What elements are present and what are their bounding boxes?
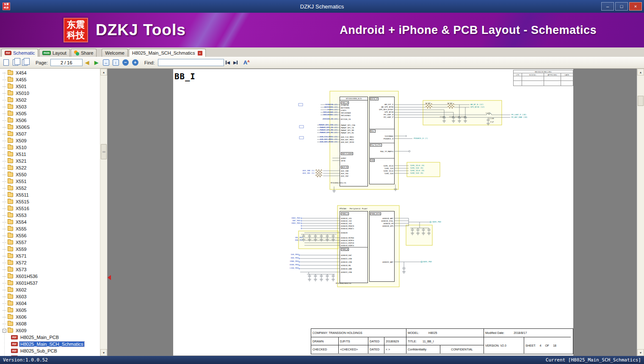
tree-folder-x550[interactable]: X550	[0, 171, 100, 178]
tree-folder-x510[interactable]: X510	[0, 144, 100, 151]
pin-label: DVDD18_MSDC1	[341, 228, 354, 230]
tree-folder-x559[interactable]: X559	[0, 246, 100, 253]
tree-folder-x5516[interactable]: X5516	[0, 205, 100, 212]
tree-folder-x601h536[interactable]: X601H536	[0, 273, 100, 280]
pads-icon: PADS	[42, 51, 51, 55]
viewer-scrollbar-thumb[interactable]	[638, 96, 644, 106]
zoom-in-icon[interactable]: +	[132, 59, 138, 66]
ic-block-power-left: PMM_D DVDD18_IO1DVDD18_IO2DVDD18_IO3DVDD…	[340, 211, 368, 283]
minimize-button[interactable]: –	[601, 2, 614, 11]
tree-document-h8025_main_sch_schmatics[interactable]: PDFH8025_Main_SCH_Schmatics	[0, 341, 100, 347]
tree-folder-x501[interactable]: X501	[0, 83, 100, 90]
tab-share[interactable]: Share	[71, 49, 97, 57]
tree-folder-x511[interactable]: X511	[0, 151, 100, 158]
tree-folder-x609[interactable]: -X609	[0, 327, 100, 334]
tree-folder-x507[interactable]: X507	[0, 131, 100, 137]
component-ref: C1106	[461, 116, 466, 118]
pin-label: DG6_P6O	[280, 239, 303, 242]
tree-folder-x606[interactable]: X606	[0, 314, 100, 320]
find-input[interactable]	[158, 59, 224, 66]
titlebar: 东震 科技 DZKJ Schematics – □ ×	[0, 0, 644, 13]
document-label: H8025_Main_PCB	[19, 335, 60, 340]
tree-folder-x5010[interactable]: X5010	[0, 90, 100, 97]
tree-folder-x553[interactable]: X553	[0, 212, 100, 219]
fit-width-icon[interactable]: ↔	[103, 59, 109, 66]
tab-schematic[interactable]: PDF Schematic	[1, 49, 38, 57]
tree-folder-x555[interactable]: X555	[0, 225, 100, 232]
font-size-icon[interactable]: AA	[243, 59, 250, 66]
sidebar-scrollbar[interactable]: ▲ ▼	[100, 69, 107, 356]
tree-folder-x509[interactable]: X509	[0, 137, 100, 144]
find-previous-icon[interactable]: ◀	[226, 60, 230, 65]
find-next-icon[interactable]: ▶	[233, 60, 238, 65]
tab-layout[interactable]: PADS Layout	[39, 49, 70, 57]
tree-document-h8025_sub_sch[interactable]: PDFH8025_Sub_SCH	[0, 354, 100, 356]
section-sim: SIM	[370, 159, 375, 162]
pdf-file-icon: PDF	[11, 356, 18, 356]
tree-folder-x572[interactable]: X572	[0, 259, 100, 266]
folder-label: X553	[15, 213, 28, 218]
folder-icon	[8, 220, 13, 224]
section-wcn-if: WCN_IF	[370, 97, 379, 100]
pin-label: AUD_DAT_MISO (3)	[306, 141, 337, 143]
tree-folder-x602[interactable]: X602	[0, 286, 100, 293]
page-number-input[interactable]	[50, 59, 83, 66]
tree-folder-x505[interactable]: X505	[0, 110, 100, 117]
tree-folder-x604[interactable]: X604	[0, 300, 100, 307]
folder-label: X509	[15, 138, 28, 143]
tree-folder-x521[interactable]: X521	[0, 158, 100, 164]
tree-folder-x5511[interactable]: X5511	[0, 192, 100, 198]
open-folder-icon	[8, 328, 13, 333]
scroll-up-icon[interactable]: ▲	[100, 69, 107, 75]
sidebar-collapse-arrow[interactable]	[108, 275, 111, 280]
previous-page-icon[interactable]: ◀	[85, 59, 89, 66]
tree-folder-x502[interactable]: X502	[0, 97, 100, 103]
tree-document-h8025_sub_pcb[interactable]: PDFH8025_Sub_PCB	[0, 347, 100, 354]
tree-folder-x506[interactable]: X506	[0, 117, 100, 124]
tree-folder-x571[interactable]: X571	[0, 253, 100, 259]
scroll-down-icon[interactable]: ▼	[100, 349, 107, 356]
tree-folder-x522[interactable]: X522	[0, 164, 100, 171]
tab-welcome[interactable]: Welcome	[102, 49, 128, 57]
tree-document-h8025_main_pcb[interactable]: PDFH8025_Main_PCB	[0, 334, 100, 341]
collapse-icon[interactable]: -	[3, 329, 6, 333]
tree-folder-x551[interactable]: X551	[0, 178, 100, 185]
single-page-icon[interactable]	[3, 59, 9, 66]
tree-folder-x454[interactable]: X454	[0, 69, 100, 76]
folder-icon	[8, 295, 13, 299]
tree-folder-x506s[interactable]: X506S	[0, 124, 100, 131]
viewer-scroll-up-icon[interactable]: ▲	[637, 69, 644, 75]
next-page-icon[interactable]: ▶	[94, 59, 99, 66]
tree-connector-line	[3, 141, 6, 141]
tree-folder-x573[interactable]: X573	[0, 266, 100, 273]
close-button[interactable]: ×	[629, 2, 642, 11]
tree-folder-x503[interactable]: X503	[0, 103, 100, 110]
tree-connector-line	[3, 270, 6, 270]
viewer-scroll-down-icon[interactable]: ▼	[637, 349, 644, 356]
tree-folder-x557[interactable]: X557	[0, 239, 100, 246]
pin-group-sim: SIM1_SCLKSIM1_SIOSIM2_SCLKSIM2_SIO	[384, 165, 393, 175]
tree-folder-x605[interactable]: X605	[0, 307, 100, 314]
pin-label: AUD_DAT_MISO	[341, 141, 354, 144]
fit-page-icon[interactable]: ↕	[113, 59, 119, 66]
tree-folder-x554[interactable]: X554	[0, 219, 100, 225]
maximize-button[interactable]: □	[615, 2, 628, 11]
tree-folder-x601h537[interactable]: X601H537	[0, 280, 100, 286]
tree-folder-x556[interactable]: X556	[0, 232, 100, 239]
tree-folder-x455[interactable]: X455	[0, 76, 100, 83]
tree-folder-x5515[interactable]: X5515	[0, 198, 100, 205]
continuous-pages-icon[interactable]	[22, 59, 28, 66]
pin-label: DG6_P6O	[276, 256, 299, 260]
pin-label: SRCLKENA1 (2)	[306, 114, 337, 116]
sidebar-scrollbar-thumb[interactable]	[101, 144, 107, 159]
facing-pages-icon[interactable]	[13, 59, 18, 66]
viewer-scrollbar[interactable]: ▲ ▼	[637, 69, 644, 356]
tree-folder-x608[interactable]: X608	[0, 320, 100, 327]
tree-folder-x603[interactable]: X603	[0, 293, 100, 300]
tree-folder-x552[interactable]: X552	[0, 185, 100, 192]
close-tab-icon[interactable]: ×	[198, 51, 202, 56]
net-labels-rf: WB_BT_N (12)GPS_BFIN (12)	[470, 103, 485, 108]
zoom-out-icon[interactable]: −	[122, 59, 129, 66]
pin-label: DVDD28	[341, 232, 348, 234]
tab-document-h8025-main-sch[interactable]: H8025_Main_SCH_Schmatics ×	[129, 49, 206, 57]
